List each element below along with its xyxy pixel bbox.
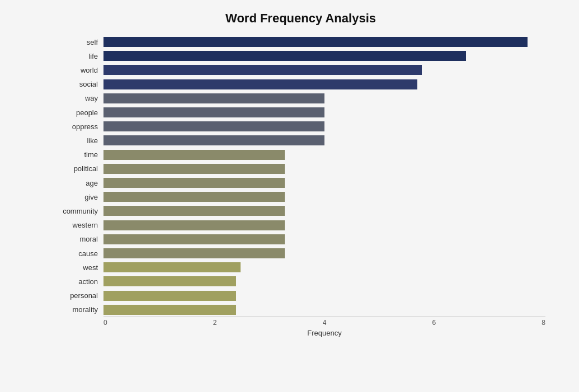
bar-fill (103, 37, 528, 47)
bar-fill (103, 192, 285, 202)
bar-track (103, 234, 545, 244)
bar-row: oppress (56, 120, 545, 133)
bar-track (103, 291, 545, 301)
bar-row: way (56, 92, 545, 105)
chart-container: Word Frequency Analysis selflifeworldsoc… (0, 0, 579, 392)
bar-track (103, 262, 545, 272)
bar-label: way (56, 94, 103, 102)
bar-track (103, 305, 545, 315)
x-tick: 0 (103, 319, 107, 327)
bar-track (103, 206, 545, 216)
bar-row: people (56, 106, 545, 119)
bar-track (103, 121, 545, 131)
bar-fill (103, 206, 285, 216)
bar-fill (103, 248, 285, 258)
bar-row: life (56, 50, 545, 62)
bar-fill (103, 51, 466, 61)
bar-row: time (56, 149, 545, 161)
bar-row: personal (56, 290, 545, 302)
bar-row: western (56, 219, 545, 232)
bar-label: oppress (56, 122, 103, 131)
bar-track (103, 51, 545, 61)
bar-fill (103, 65, 422, 75)
bar-fill (103, 305, 236, 315)
bars-wrapper: selflifeworldsocialwaypeopleoppressliket… (56, 36, 545, 316)
bar-fill (103, 107, 324, 117)
bar-fill (103, 291, 236, 301)
bar-row: cause (56, 247, 545, 259)
bar-label: political (56, 164, 103, 173)
bar-track (103, 220, 545, 230)
chart-title: Word Frequency Analysis (56, 11, 545, 26)
bar-fill (103, 276, 236, 286)
bar-label: action (56, 277, 103, 286)
bar-track (103, 248, 545, 258)
bar-track (103, 150, 545, 160)
bar-row: west (56, 261, 545, 273)
bar-track (103, 192, 545, 202)
bar-row: moral (56, 233, 545, 245)
x-axis: 02468 Frequency (103, 316, 545, 338)
bar-fill (103, 150, 285, 160)
x-ticks: 02468 (103, 317, 545, 327)
bar-label: age (56, 179, 103, 187)
bar-row: political (56, 163, 545, 175)
bar-label: morality (56, 305, 103, 314)
bar-row: social (56, 78, 545, 91)
bar-fill (103, 121, 324, 131)
bar-label: cause (56, 249, 103, 258)
bar-row: age (56, 177, 545, 189)
bar-label: personal (56, 291, 103, 300)
x-tick: 4 (323, 319, 327, 327)
bar-track (103, 164, 545, 174)
bar-fill (103, 178, 285, 188)
x-axis-label: Frequency (103, 329, 545, 337)
x-tick: 6 (432, 319, 436, 327)
bar-fill (103, 220, 285, 230)
bar-track (103, 79, 545, 89)
bar-fill (103, 262, 241, 272)
x-tick: 8 (542, 319, 545, 327)
bar-label: give (56, 193, 103, 201)
bar-label: moral (56, 235, 103, 243)
bar-label: like (56, 136, 103, 145)
bar-track (103, 178, 545, 188)
bar-row: community (56, 205, 545, 217)
x-tick: 2 (213, 319, 217, 327)
bar-row: action (56, 275, 545, 287)
bar-label: time (56, 150, 103, 159)
bar-row: morality (56, 304, 545, 316)
bar-track (103, 276, 545, 286)
bar-fill (103, 135, 324, 145)
bar-label: social (56, 80, 103, 88)
bar-fill (103, 93, 324, 103)
bar-track (103, 135, 545, 145)
bar-label: world (56, 66, 103, 74)
bar-label: western (56, 221, 103, 229)
bar-fill (103, 164, 285, 174)
bar-track (103, 65, 545, 75)
bar-label: life (56, 52, 103, 60)
bar-fill (103, 234, 285, 244)
bar-track (103, 107, 545, 117)
chart-area: selflifeworldsocialwaypeopleoppressliket… (56, 36, 545, 338)
bar-row: like (56, 134, 545, 147)
bar-row: world (56, 64, 545, 76)
bar-label: self (56, 38, 103, 46)
bar-label: people (56, 108, 103, 117)
bar-row: self (56, 36, 545, 48)
bar-track (103, 93, 545, 103)
bar-row: give (56, 191, 545, 203)
bar-fill (103, 79, 417, 89)
bar-track (103, 37, 545, 47)
bar-label: community (56, 207, 103, 215)
bar-label: west (56, 263, 103, 272)
